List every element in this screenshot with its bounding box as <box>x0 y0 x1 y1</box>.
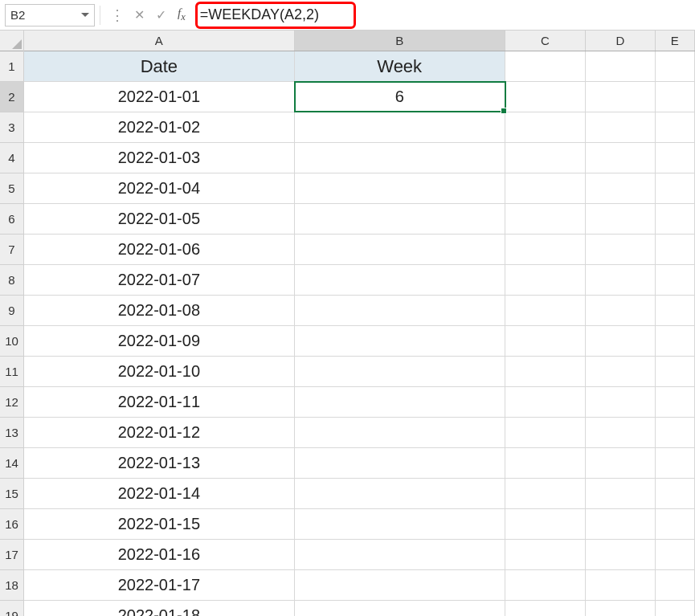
cell-B5[interactable] <box>295 173 505 203</box>
cell-C3[interactable] <box>505 112 586 142</box>
cell-C5[interactable] <box>505 173 586 203</box>
cell-C6[interactable] <box>505 204 586 234</box>
cell-A16[interactable]: 2022-01-15 <box>24 509 295 539</box>
cell-B1[interactable]: Week <box>295 51 505 81</box>
cell-B6[interactable] <box>295 204 505 234</box>
row-header-4[interactable]: 4 <box>0 143 23 173</box>
cell-A11[interactable]: 2022-01-10 <box>24 357 295 386</box>
cell-E5[interactable] <box>656 173 695 203</box>
cell-C2[interactable] <box>505 82 586 112</box>
cell-C12[interactable] <box>505 387 586 417</box>
cell-B19[interactable] <box>295 601 505 616</box>
row-header-2[interactable]: 2 <box>0 82 23 112</box>
cell-B7[interactable] <box>295 235 505 264</box>
column-header-E[interactable]: E <box>656 31 695 51</box>
cell-C1[interactable] <box>505 51 586 81</box>
row-header-14[interactable]: 14 <box>0 448 23 479</box>
row-header-11[interactable]: 11 <box>0 357 23 387</box>
row-header-15[interactable]: 15 <box>0 479 23 509</box>
cell-C18[interactable] <box>505 570 586 600</box>
cell-C4[interactable] <box>505 143 586 173</box>
column-header-D[interactable]: D <box>586 31 656 51</box>
cell-E14[interactable] <box>656 448 695 478</box>
row-header-7[interactable]: 7 <box>0 235 23 265</box>
cell-E16[interactable] <box>656 509 695 539</box>
cell-D17[interactable] <box>586 540 656 569</box>
cell-C11[interactable] <box>505 357 586 386</box>
cell-E15[interactable] <box>656 479 695 508</box>
row-header-13[interactable]: 13 <box>0 418 23 448</box>
cell-E9[interactable] <box>656 296 695 325</box>
cell-A19[interactable]: 2022-01-18 <box>24 601 295 616</box>
row-header-9[interactable]: 9 <box>0 296 23 326</box>
row-header-3[interactable]: 3 <box>0 112 23 143</box>
cell-B3[interactable] <box>295 112 505 142</box>
cell-B16[interactable] <box>295 509 505 539</box>
cell-D16[interactable] <box>586 509 656 539</box>
cell-B4[interactable] <box>295 143 505 173</box>
cell-A7[interactable]: 2022-01-06 <box>24 235 295 264</box>
cell-C15[interactable] <box>505 479 586 508</box>
cell-E12[interactable] <box>656 387 695 417</box>
column-header-B[interactable]: B <box>295 31 505 51</box>
cell-E13[interactable] <box>656 418 695 447</box>
row-header-19[interactable]: 19 <box>0 601 23 616</box>
cell-A15[interactable]: 2022-01-14 <box>24 479 295 508</box>
column-header-C[interactable]: C <box>505 31 586 51</box>
cell-A9[interactable]: 2022-01-08 <box>24 296 295 325</box>
cell-B9[interactable] <box>295 296 505 325</box>
cell-E17[interactable] <box>656 540 695 569</box>
cell-E2[interactable] <box>656 82 695 112</box>
cell-B18[interactable] <box>295 570 505 600</box>
row-header-17[interactable]: 17 <box>0 540 23 570</box>
cell-D7[interactable] <box>586 235 656 264</box>
chevron-down-icon[interactable] <box>81 13 89 17</box>
cell-B15[interactable] <box>295 479 505 508</box>
cell-E19[interactable] <box>656 601 695 616</box>
more-icon[interactable]: ⋮ <box>110 6 123 24</box>
cell-E11[interactable] <box>656 357 695 386</box>
cell-A18[interactable]: 2022-01-17 <box>24 570 295 600</box>
cell-D18[interactable] <box>586 570 656 600</box>
cell-D4[interactable] <box>586 143 656 173</box>
cell-E3[interactable] <box>656 112 695 142</box>
cell-B13[interactable] <box>295 418 505 447</box>
row-header-10[interactable]: 10 <box>0 326 23 357</box>
cell-D13[interactable] <box>586 418 656 447</box>
column-header-A[interactable]: A <box>24 31 295 51</box>
name-box[interactable]: B2 <box>5 4 95 27</box>
cell-D11[interactable] <box>586 357 656 386</box>
formula-input[interactable] <box>195 4 690 27</box>
cell-D19[interactable] <box>586 601 656 616</box>
cell-D2[interactable] <box>586 82 656 112</box>
row-header-12[interactable]: 12 <box>0 387 23 418</box>
row-header-16[interactable]: 16 <box>0 509 23 540</box>
cell-B2[interactable]: 6 <box>295 82 505 112</box>
cell-E10[interactable] <box>656 326 695 356</box>
cell-D12[interactable] <box>586 387 656 417</box>
cell-D1[interactable] <box>586 51 656 81</box>
cell-E1[interactable] <box>656 51 695 81</box>
cell-A5[interactable]: 2022-01-04 <box>24 173 295 203</box>
fx-icon[interactable]: fx <box>178 6 186 23</box>
cell-E4[interactable] <box>656 143 695 173</box>
cell-C16[interactable] <box>505 509 586 539</box>
cell-A14[interactable]: 2022-01-13 <box>24 448 295 478</box>
cell-A4[interactable]: 2022-01-03 <box>24 143 295 173</box>
row-header-18[interactable]: 18 <box>0 570 23 601</box>
cell-E7[interactable] <box>656 235 695 264</box>
cell-B14[interactable] <box>295 448 505 478</box>
cell-A12[interactable]: 2022-01-11 <box>24 387 295 417</box>
cell-A6[interactable]: 2022-01-05 <box>24 204 295 234</box>
cell-B10[interactable] <box>295 326 505 356</box>
cell-B8[interactable] <box>295 265 505 295</box>
cell-A17[interactable]: 2022-01-16 <box>24 540 295 569</box>
cell-B12[interactable] <box>295 387 505 417</box>
cell-A3[interactable]: 2022-01-02 <box>24 112 295 142</box>
cell-A13[interactable]: 2022-01-12 <box>24 418 295 447</box>
cell-C13[interactable] <box>505 418 586 447</box>
cell-A2[interactable]: 2022-01-01 <box>24 82 295 112</box>
enter-icon[interactable]: ✓ <box>156 7 166 22</box>
cell-E6[interactable] <box>656 204 695 234</box>
cell-C7[interactable] <box>505 235 586 264</box>
